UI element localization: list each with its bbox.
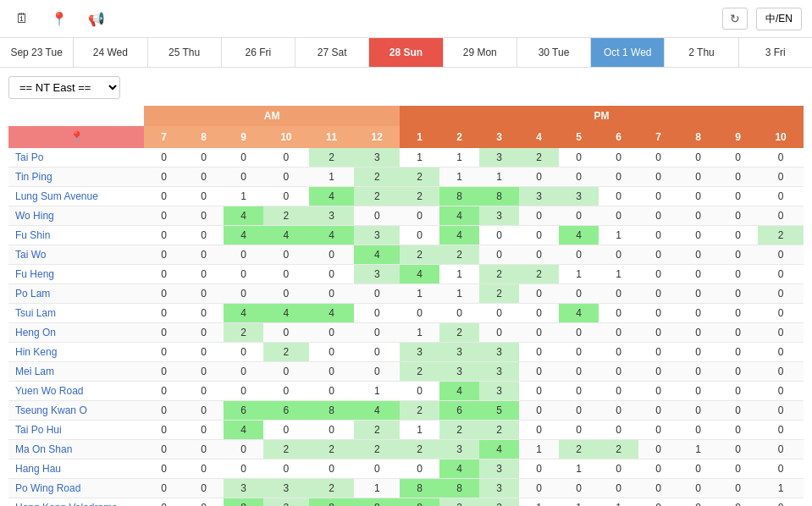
data-cell: 2 — [559, 440, 599, 459]
date-tab-4[interactable]: 27 Sat — [296, 38, 369, 67]
location-link[interactable]: Tseung Kwan O — [15, 404, 87, 416]
data-cell: 0 — [599, 362, 638, 382]
data-cell: 2 — [439, 421, 479, 440]
data-cell: 2 — [439, 245, 479, 265]
data-cell: 0 — [184, 459, 224, 479]
data-cell: 2 — [479, 265, 519, 284]
data-cell: 1 — [559, 459, 599, 479]
location-link[interactable]: Hang Hau — [15, 463, 61, 475]
date-tab-6[interactable]: 29 Mon — [444, 38, 517, 67]
data-cell: 0 — [718, 323, 758, 343]
data-cell: 4 — [263, 226, 309, 245]
megaphone-icon[interactable]: 📢 — [85, 7, 108, 30]
data-cell: 0 — [354, 284, 400, 304]
data-cell: 0 — [638, 245, 678, 265]
data-cell: 0 — [599, 148, 638, 168]
data-cell: 2 — [263, 206, 309, 226]
location-link[interactable]: Tai Po — [15, 151, 43, 163]
data-cell: 3 — [309, 206, 355, 226]
lang-button[interactable]: 中/EN — [756, 8, 802, 30]
data-cell: 0 — [718, 148, 758, 168]
location-link[interactable]: Tai Po Hui — [15, 424, 62, 436]
data-cell: 0 — [519, 362, 559, 382]
data-cell: 0 — [184, 498, 224, 507]
location-link[interactable]: Po Wing Road — [15, 482, 80, 494]
location-link[interactable]: Fu Shin — [15, 229, 50, 241]
location-link[interactable]: Ma On Shan — [15, 443, 72, 455]
date-tab-10[interactable]: 3 Fri — [739, 38, 812, 67]
data-cell: 0 — [718, 382, 758, 401]
data-cell: 0 — [263, 245, 309, 265]
data-cell: 0 — [678, 148, 718, 168]
data-cell: 0 — [224, 459, 263, 479]
data-cell: 2 — [263, 343, 309, 362]
data-cell: 3 — [479, 148, 519, 168]
data-cell: 0 — [559, 168, 599, 187]
data-cell: 0 — [400, 459, 439, 479]
data-cell: 0 — [599, 168, 638, 187]
location-link[interactable]: Tsui Lam — [15, 307, 56, 319]
data-cell: 4 — [224, 421, 263, 440]
data-cell: 0 — [559, 479, 599, 498]
data-cell: 3 — [479, 382, 519, 401]
data-cell: 2 — [400, 245, 439, 265]
data-cell: 0 — [638, 187, 678, 206]
data-cell: 2 — [479, 421, 519, 440]
data-cell: 0 — [519, 479, 559, 498]
location-link[interactable]: Tai Wo — [15, 249, 46, 261]
data-cell: 4 — [309, 226, 355, 245]
location-link[interactable]: Po Lam — [15, 288, 50, 300]
calendar-icon[interactable]: 🗓 — [10, 7, 34, 30]
data-cell: 0 — [638, 323, 678, 343]
location-link[interactable]: Fu Heng — [15, 268, 54, 280]
location-link[interactable]: Hin Keng — [15, 346, 57, 358]
pm-hour-4: 4 — [519, 126, 559, 148]
region-select[interactable]: == NT East ==== NT West ==== Kowloon ===… — [8, 76, 120, 99]
data-cell: 0 — [638, 206, 678, 226]
location-link[interactable]: Wo Hing — [15, 210, 54, 222]
pm-hour-10: 10 — [758, 126, 804, 148]
data-cell: 0 — [309, 343, 355, 362]
data-cell: 0 — [184, 479, 224, 498]
data-cell: 2 — [758, 226, 804, 245]
location-link[interactable]: Hong Kong Velodrome — [15, 502, 118, 506]
location-link[interactable]: Mei Lam — [15, 366, 54, 377]
table-row: Ma On Shan0002222341220100 — [8, 440, 804, 459]
data-cell: 0 — [559, 343, 599, 362]
date-tab-0[interactable]: Sep 23 Tue — [0, 38, 74, 67]
data-cell: 2 — [309, 479, 355, 498]
date-tab-1[interactable]: 24 Wed — [74, 38, 147, 67]
location-link[interactable]: Tin Ping — [15, 171, 52, 183]
data-cell: 0 — [263, 148, 309, 168]
date-tab-2[interactable]: 25 Thu — [148, 38, 222, 67]
data-cell: 0 — [354, 304, 400, 323]
data-cell: 0 — [519, 459, 559, 479]
data-cell: 2 — [400, 168, 439, 187]
date-tab-8[interactable]: Oct 1 Wed — [591, 38, 665, 67]
pm-hour-3: 3 — [479, 126, 519, 148]
data-cell: 3 — [354, 148, 400, 168]
data-cell: 0 — [400, 304, 439, 323]
location-link[interactable]: Heng On — [15, 327, 56, 338]
refresh-button[interactable]: ↻ — [722, 8, 748, 30]
date-tab-7[interactable]: 30 Tue — [517, 38, 591, 67]
location-link[interactable]: Yuen Wo Road — [15, 385, 84, 397]
location-link[interactable]: Lung Sum Avenue — [15, 190, 98, 202]
date-tab-9[interactable]: 2 Thu — [665, 38, 738, 67]
data-cell: 4 — [354, 401, 400, 421]
data-cell: 0 — [718, 265, 758, 284]
table-row: Tai Po0000231132000000 — [8, 148, 804, 168]
data-cell: 0 — [678, 479, 718, 498]
data-cell: 0 — [519, 284, 559, 304]
data-cell: 0 — [718, 343, 758, 362]
date-tab-3[interactable]: 26 Fri — [222, 38, 296, 67]
location-icon[interactable]: 📍 — [47, 7, 71, 30]
data-cell: 0 — [758, 323, 804, 343]
table-row: Tin Ping0000122110000000 — [8, 168, 804, 187]
data-cell: 1 — [439, 148, 479, 168]
data-cell: 8 — [224, 498, 263, 507]
data-cell: 0 — [144, 284, 184, 304]
data-cell: 1 — [400, 421, 439, 440]
date-tab-5[interactable]: 28 Sun — [369, 38, 443, 67]
data-cell: 4 — [559, 226, 599, 245]
